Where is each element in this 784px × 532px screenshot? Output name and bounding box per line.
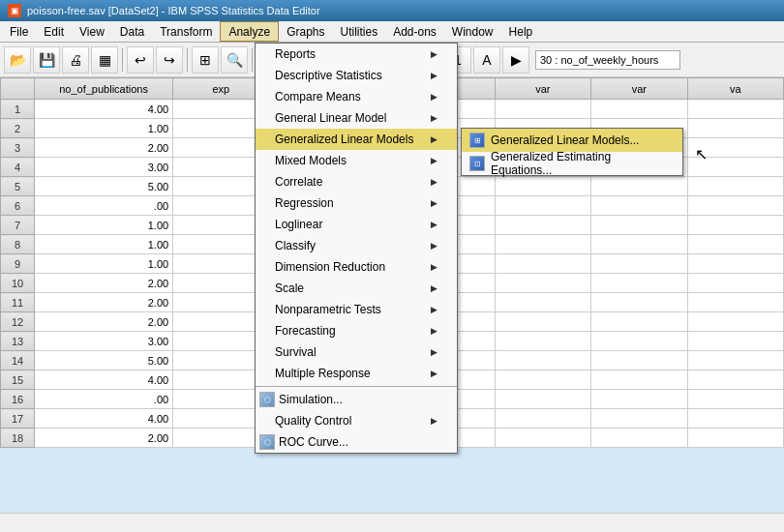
menu-bar: File Edit View Data Transform Analyze Gr… [0, 21, 784, 43]
redo-button[interactable]: ↪ [156, 46, 183, 74]
menu-regression[interactable]: Regression ▶ [256, 192, 457, 214]
analyze-menu: Reports ▶ Descriptive Statistics ▶ Compa… [255, 43, 458, 454]
simulation-icon: ⬡ [259, 392, 275, 407]
gee-icon: ⊡ [469, 156, 485, 171]
col-header-pub[interactable]: no_of_publications [35, 78, 173, 100]
cursor-icon: ↖ [663, 133, 675, 148]
menu-transform[interactable]: Transform [152, 21, 220, 42]
menu-loglinear[interactable]: Loglinear ▶ [256, 214, 457, 235]
status-bar [0, 513, 784, 532]
app-icon: ▣ [8, 4, 21, 17]
menu-descriptive-statistics[interactable]: Descriptive Statistics ▶ [256, 65, 457, 86]
arrow-icon: ▶ [431, 113, 437, 123]
menu-simulation[interactable]: ⬡ Simulation... [256, 389, 457, 410]
menu-edit[interactable]: Edit [36, 21, 72, 42]
arrow-icon: ▶ [431, 92, 437, 102]
analyze-dropdown: Reports ▶ Descriptive Statistics ▶ Compa… [255, 43, 458, 454]
arrow-icon: ▶ [431, 220, 437, 229]
arrow-icon: ▶ [431, 305, 437, 314]
find-button[interactable]: 🔍 [221, 46, 248, 74]
goto-button[interactable]: ⊞ [192, 46, 219, 74]
run-button[interactable]: ▶ [502, 46, 529, 74]
print-button[interactable]: 🖨 [62, 46, 89, 74]
menu-correlate[interactable]: Correlate ▶ [256, 171, 457, 192]
menu-mixed-models[interactable]: Mixed Models ▶ [256, 150, 457, 171]
arrow-icon: ▶ [431, 347, 437, 357]
menu-generalized-linear-models[interactable]: Generalized Linear Models ▶ [256, 129, 457, 150]
arrow-icon: ▶ [431, 156, 437, 165]
menu-dimension-reduction[interactable]: Dimension Reduction ▶ [256, 256, 457, 278]
menu-file[interactable]: File [2, 21, 36, 42]
menu-data[interactable]: Data [112, 21, 152, 42]
separator-3 [252, 48, 253, 72]
menu-utilities[interactable]: Utilities [332, 21, 385, 42]
glm-icon: ⊞ [469, 133, 485, 148]
separator-2 [187, 48, 188, 72]
save-button[interactable]: 💾 [33, 46, 60, 74]
menu-quality-control[interactable]: Quality Control ▶ [256, 410, 457, 431]
arrow-icon: ▶ [431, 283, 437, 293]
col-header-var2[interactable]: var [495, 78, 590, 100]
arrow-icon: ▶ [431, 262, 437, 272]
menu-gee[interactable]: ⊡ Generalized Estimating Equations... [462, 152, 682, 175]
menu-multiple-response[interactable]: Multiple Response ▶ [256, 363, 457, 384]
title-bar: ▣ poisson-free.sav [DataSet2] - IBM SPSS… [0, 0, 784, 21]
row-num-header [1, 78, 35, 100]
menu-divider [256, 386, 457, 387]
arrow-icon: ▶ [431, 177, 437, 187]
menu-glm-models[interactable]: ⊞ Generalized Linear Models... ↖ [462, 129, 682, 152]
menu-reports[interactable]: Reports ▶ [256, 44, 457, 65]
recall-button[interactable]: ▦ [91, 46, 118, 74]
col-header-var4[interactable]: va [687, 78, 784, 100]
menu-survival[interactable]: Survival ▶ [256, 341, 457, 363]
menu-scale[interactable]: Scale ▶ [256, 278, 457, 299]
glm-submenu: ⊞ Generalized Linear Models... ↖ ⊡ Gener… [461, 128, 683, 176]
menu-addons[interactable]: Add-ons [385, 21, 444, 42]
menu-forecasting[interactable]: Forecasting ▶ [256, 320, 457, 341]
undo-button[interactable]: ↩ [127, 46, 154, 74]
menu-window[interactable]: Window [444, 21, 501, 42]
arrow-icon: ▶ [431, 416, 437, 426]
menu-view[interactable]: View [72, 21, 112, 42]
arrow-icon: ▶ [431, 241, 437, 251]
roc-icon: ⬡ [259, 434, 275, 450]
menu-roc-curve[interactable]: ⬡ ROC Curve... [256, 431, 457, 453]
arrow-icon: ▶ [431, 134, 437, 144]
menu-graphs[interactable]: Graphs [279, 21, 332, 42]
script-button[interactable]: A [473, 46, 500, 74]
menu-classify[interactable]: Classify ▶ [256, 235, 457, 256]
arrow-icon: ▶ [431, 198, 437, 208]
open-button[interactable]: 📂 [4, 46, 31, 74]
arrow-icon: ▶ [431, 49, 437, 59]
menu-general-linear-model[interactable]: General Linear Model ▶ [256, 107, 457, 129]
title-text: poisson-free.sav [DataSet2] - IBM SPSS S… [27, 5, 320, 16]
arrow-icon: ▶ [431, 71, 437, 80]
status-text [6, 517, 9, 529]
arrow-icon: ▶ [431, 369, 437, 378]
separator-1 [122, 48, 123, 72]
menu-analyze[interactable]: Analyze [220, 21, 279, 42]
menu-nonparametric-tests[interactable]: Nonparametric Tests ▶ [256, 299, 457, 320]
variable-box[interactable]: 30 : no_of_weekly_hours [535, 50, 680, 70]
menu-help[interactable]: Help [501, 21, 541, 42]
col-header-var3[interactable]: var [591, 78, 687, 100]
arrow-icon: ▶ [431, 326, 437, 336]
menu-compare-means[interactable]: Compare Means ▶ [256, 86, 457, 107]
